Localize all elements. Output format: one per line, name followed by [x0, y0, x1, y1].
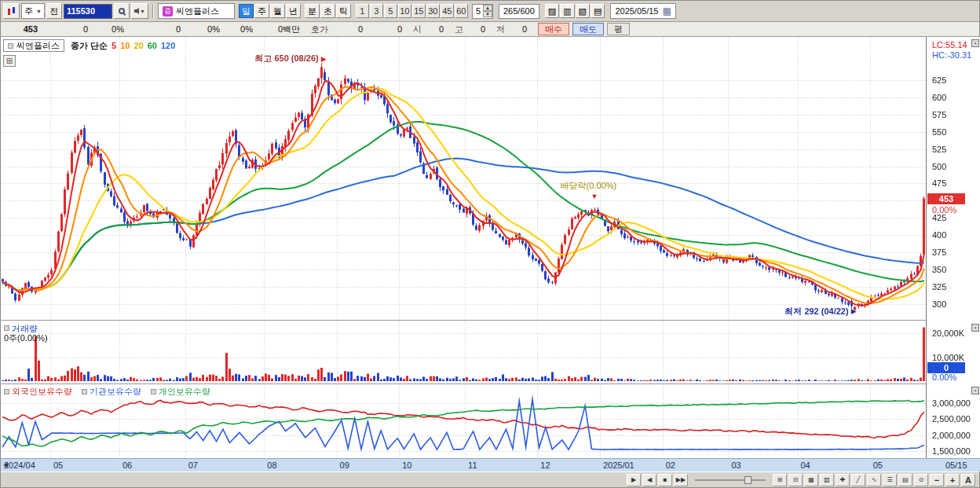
stepper-arrows: ▲ ▼: [483, 5, 492, 17]
stock-name-label: 씨엔플러스: [176, 6, 219, 17]
minute-button[interactable]: 30: [426, 4, 440, 18]
minute-button[interactable]: 10: [398, 4, 411, 18]
period-button[interactable]: 주: [254, 4, 269, 18]
axis-tick-label: 550: [932, 127, 946, 137]
window-icon: [8, 43, 13, 49]
prev-stock-button[interactable]: 전: [46, 3, 62, 19]
pattern-icon[interactable]: ▧: [820, 474, 834, 486]
current-volume-badge: 0: [927, 362, 965, 373]
x-axis-label: 05: [53, 460, 63, 470]
x-axis-label: 07: [188, 460, 198, 470]
spinner-down-icon[interactable]: ▼: [483, 11, 492, 17]
arrow-right-icon: ▶: [321, 54, 327, 62]
candlestick-icon: [6, 6, 16, 17]
x-axis-label: 2024/04: [4, 460, 35, 470]
turnover-pct: 0%: [228, 24, 261, 34]
volume-change-pct-label: 0.00%: [932, 372, 956, 382]
buy-button[interactable]: 매수: [538, 23, 569, 35]
chart-grid-icon[interactable]: ⊞: [3, 55, 16, 67]
minute-button-group: 1351015304560: [356, 4, 468, 18]
play-button[interactable]: ▶: [627, 474, 641, 486]
ma-legend-item: 20: [133, 41, 143, 50]
minute-button[interactable]: 45: [441, 4, 454, 18]
axis-tick-label: 10,000K: [932, 353, 964, 362]
hoga-ask-value: 0: [371, 24, 410, 34]
screen-layout-icon[interactable]: ▤: [591, 4, 605, 18]
minute-button[interactable]: 15: [412, 4, 426, 18]
holdings-series-label: 기관보유수량: [82, 386, 141, 398]
volume-current: 0주(0.00%): [4, 333, 48, 343]
x-axis-label: 05: [873, 460, 883, 470]
period-button[interactable]: 일: [239, 4, 254, 18]
grid-toggle-icon[interactable]: ▦: [804, 474, 818, 486]
stock-code-input[interactable]: [64, 4, 112, 19]
panel-collapse-icon[interactable]: ▪: [971, 387, 979, 394]
minute-button[interactable]: 3: [370, 4, 383, 18]
crosshair-icon[interactable]: ✚: [836, 474, 850, 486]
bottom-toolbar: ▶◀■▶▶⊞⊟▦▧✚╱∿☰▤⊙−+A: [1, 471, 979, 487]
sell-button[interactable]: 매도: [572, 23, 604, 35]
sound-alert-button[interactable]: ▼: [131, 3, 148, 19]
axis-tick-label: 425: [932, 213, 946, 222]
x-axis-label: 09: [340, 460, 349, 470]
x-axis-label: 03: [731, 460, 740, 470]
x-axis-label: 11: [468, 460, 477, 470]
period-type-dropdown[interactable]: 주 ▼: [21, 3, 45, 19]
fast-forward-button[interactable]: ▶▶: [674, 474, 688, 486]
minute-button[interactable]: 60: [455, 4, 468, 18]
current-price-badge: 453: [927, 193, 965, 204]
search-icon: [119, 8, 125, 14]
date-picker[interactable]: 2025/05/15 ▦: [610, 3, 675, 19]
minute-button[interactable]: 5: [384, 4, 397, 18]
zoom-in-button[interactable]: +: [945, 474, 960, 486]
tile-window-icon[interactable]: ⊞: [773, 474, 787, 486]
x-axis-label: 04: [801, 460, 810, 470]
panel-collapse-icon[interactable]: ▪: [971, 39, 979, 47]
legend-stock-box[interactable]: 씨엔플러스: [3, 39, 64, 52]
wave-icon[interactable]: ∿: [867, 474, 881, 486]
minute-button[interactable]: 1: [356, 4, 369, 18]
window-icon: [82, 389, 87, 394]
period-type-value: 주: [24, 6, 33, 17]
minute-stepper[interactable]: 5 ▲ ▼: [472, 4, 493, 19]
divider: [152, 4, 154, 18]
axis-tick-label: 475: [932, 178, 946, 188]
compare-chart-icon[interactable]: ▥: [560, 4, 574, 18]
chart-style-icon[interactable]: ▨: [545, 4, 559, 18]
period-button[interactable]: 월: [270, 4, 285, 18]
candle-count-display: 265/600: [499, 4, 539, 19]
stop-button[interactable]: ■: [658, 474, 672, 486]
cascade-window-icon[interactable]: ⊟: [788, 474, 803, 486]
zoom-slider-handle[interactable]: [744, 476, 751, 484]
avg-button[interactable]: 평: [607, 23, 630, 35]
print-icon[interactable]: ▤: [898, 474, 912, 486]
trendline-icon[interactable]: ╱: [851, 474, 865, 486]
ma-legend-item: 120: [161, 41, 175, 50]
low-value: 0: [508, 24, 535, 34]
axis-tick-label: 375: [932, 248, 946, 257]
unit-button[interactable]: 틱: [336, 4, 351, 18]
chart-window: 주 ▼ 전 ▼ 증 씨엔플러스 일주월년 분초틱 1351015304560 5…: [0, 0, 980, 488]
x-axis-label: 06: [122, 460, 132, 470]
chevron-down-icon: ▼: [36, 9, 42, 14]
auto-scale-button[interactable]: A: [961, 474, 975, 486]
search-button[interactable]: [114, 3, 130, 19]
high-value: 0: [466, 24, 493, 34]
zoom-out-button[interactable]: −: [930, 474, 944, 486]
zoom-slider[interactable]: [695, 475, 766, 486]
list-icon[interactable]: ☰: [883, 474, 897, 486]
indicator-setting-icon[interactable]: ▧: [576, 4, 590, 18]
zoom-icon[interactable]: ⊙: [914, 474, 928, 486]
unit-button[interactable]: 분: [305, 4, 320, 18]
lc-label: LC:55.14: [932, 40, 967, 50]
ma-legend-item: 10: [120, 41, 130, 50]
spinner-up-icon[interactable]: ▲: [483, 5, 492, 11]
stock-name-box[interactable]: 증 씨엔플러스: [158, 3, 235, 19]
hoga-bid-value: 0: [331, 24, 371, 34]
unit-button[interactable]: 초: [320, 4, 335, 18]
panel-collapse-icon[interactable]: ▪: [971, 324, 979, 332]
rewind-button[interactable]: ◀: [642, 474, 656, 486]
chart-type-icon[interactable]: [3, 3, 20, 19]
period-button[interactable]: 년: [286, 4, 301, 18]
amount-value: 0백만: [261, 24, 308, 35]
